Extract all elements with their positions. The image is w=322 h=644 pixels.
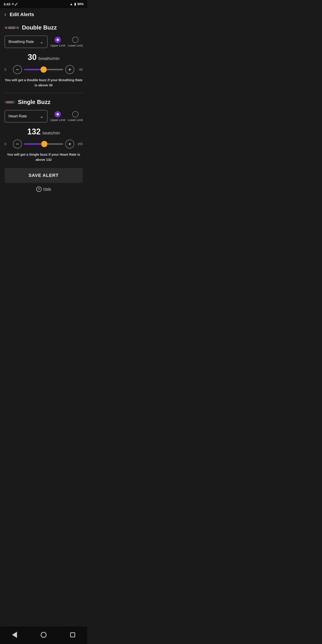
heart-upper-limit-group: Upper Limit (50, 111, 65, 122)
heart-lower-limit-radio[interactable] (72, 111, 78, 118)
heart-lower-limit-group: Lower Limit (68, 111, 83, 122)
help-label: Help (44, 187, 51, 192)
app-header: ‹ Edit Alerts (0, 8, 87, 22)
dot-icon: ⊙ (12, 2, 14, 6)
heart-value-unit: beats/min (42, 131, 60, 135)
single-vibe-icon: ≀ ≀ (4, 100, 15, 104)
vibe-wave-left2: ≀ (4, 100, 6, 104)
breathing-lower-limit-radio[interactable] (72, 37, 78, 43)
breathing-lower-limit-group: Lower Limit (68, 37, 83, 47)
breathing-upper-limit-group: Upper Limit (50, 37, 65, 47)
breathing-upper-limit-label: Upper Limit (50, 44, 65, 47)
status-left: 3:43 ⊙ 𝒻 (4, 2, 16, 6)
breathing-increase-button[interactable]: + (65, 65, 74, 74)
breathing-rate-dropdown[interactable]: Breathing Rate ⌄ (4, 36, 48, 48)
status-bar: 3:43 ⊙ 𝒻 ▲ ▮ 90% (0, 0, 87, 8)
heart-slider-max: 255 (76, 142, 83, 146)
battery-percent: 90% (77, 2, 84, 6)
vibe-bar1 (8, 26, 16, 29)
battery-icon: ▮ (74, 2, 76, 6)
heart-upper-limit-radio[interactable] (54, 111, 61, 118)
heart-slider-min: 0 (4, 142, 11, 146)
breathing-slider-min: 0 (4, 68, 11, 71)
dropdown-arrow-icon: ⌄ (40, 39, 44, 44)
breathing-value-unit: breaths/min (38, 56, 60, 61)
section-divider (4, 93, 83, 93)
double-buzz-controls: Breathing Rate ⌄ Upper Limit Lower Limit (4, 36, 83, 48)
heart-increase-button[interactable]: + (65, 140, 74, 148)
save-alert-button[interactable]: SAVE ALERT (4, 168, 83, 183)
heart-slider-container[interactable] (24, 140, 63, 148)
breathing-dropdown-label: Breathing Rate (8, 40, 34, 44)
single-buzz-header: ≀ ≀ Single Buzz (4, 98, 83, 106)
content-area: ≋ ≋ Double Buzz Breathing Rate ⌄ Upper L… (0, 22, 87, 201)
double-vibe-icon: ≋ ≋ (4, 26, 19, 30)
heart-lower-limit-label: Lower Limit (68, 118, 83, 122)
fitness-icon: 𝒻 (15, 2, 16, 6)
single-buzz-title: Single Buzz (18, 98, 50, 106)
breathing-description: You will get a Double buzz if your Breat… (4, 78, 83, 88)
back-button[interactable]: ‹ (4, 12, 6, 18)
vibe-wave-left1: ≋ (4, 26, 8, 30)
breathing-slider-max: 60 (76, 68, 83, 71)
vibe-bar2 (6, 101, 14, 103)
vibe-wave-right2: ≀ (14, 100, 15, 104)
main-content: ≋ ≋ Double Buzz Breathing Rate ⌄ Upper L… (0, 22, 87, 219)
double-buzz-title: Double Buzz (22, 24, 57, 31)
page-title: Edit Alerts (10, 12, 34, 18)
wifi-icon: ▲ (70, 2, 73, 6)
heart-description: You will get a Single buzz if your Heart… (4, 152, 83, 162)
vibe-wave-right1: ≋ (16, 26, 19, 30)
breathing-value-number: 30 (28, 52, 37, 62)
heart-dropdown-label: Heart Rate (8, 114, 27, 118)
heart-decrease-button[interactable]: − (13, 140, 22, 148)
help-icon: ? (36, 186, 42, 192)
heart-upper-limit-label: Upper Limit (50, 118, 65, 122)
double-buzz-header: ≋ ≋ Double Buzz (4, 24, 83, 31)
heart-slider-row: 0 − + 255 (4, 140, 83, 148)
time-display: 3:43 (4, 2, 10, 6)
single-buzz-section: ≀ ≀ Single Buzz Heart Rate ⌄ Upper Limit (4, 98, 83, 162)
breathing-decrease-button[interactable]: − (13, 65, 22, 74)
breathing-slider-container[interactable] (24, 65, 63, 74)
heart-value-number: 132 (27, 127, 41, 136)
heart-value-display: 132 beats/min (4, 127, 83, 136)
heart-dropdown-arrow-icon: ⌄ (40, 114, 44, 119)
status-right: ▲ ▮ 90% (70, 2, 84, 6)
breathing-lower-limit-label: Lower Limit (68, 44, 83, 47)
double-buzz-section: ≋ ≋ Double Buzz Breathing Rate ⌄ Upper L… (4, 24, 83, 88)
help-link[interactable]: ? Help (4, 186, 83, 192)
heart-slider-track (24, 143, 63, 145)
breathing-value-display: 30 breaths/min (4, 52, 83, 62)
breathing-slider-row: 0 − + 60 (4, 65, 83, 74)
breathing-upper-limit-radio[interactable] (54, 37, 61, 43)
single-buzz-controls: Heart Rate ⌄ Upper Limit Lower Limit (4, 110, 83, 122)
breathing-slider-track (24, 69, 63, 70)
heart-rate-dropdown[interactable]: Heart Rate ⌄ (4, 110, 48, 122)
